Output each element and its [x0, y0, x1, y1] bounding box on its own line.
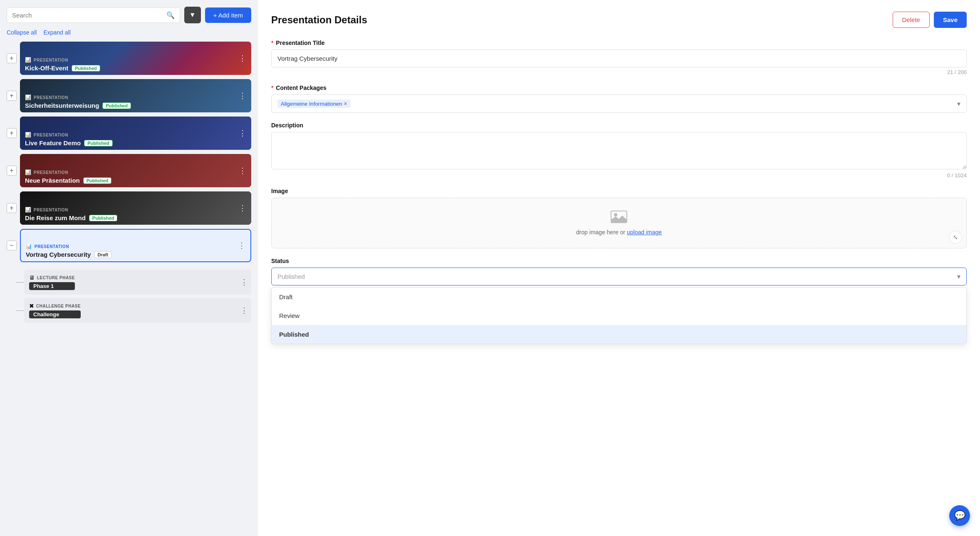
card-livefeature[interactable]: 📊 PRESENTATION Live Feature Demo Publish…	[20, 117, 251, 150]
save-button[interactable]: Save	[934, 12, 967, 28]
card-content-5: 📊 PRESENTATION Die Reise zum Mond Publis…	[20, 203, 251, 225]
card-row-6: − 📊 PRESENTATION Vortrag Cybersecurity D…	[7, 229, 251, 262]
card-sicherheit[interactable]: 📊 PRESENTATION Sicherheitsunterweisung P…	[20, 79, 251, 112]
card-menu-button-4[interactable]: ⋮	[237, 164, 248, 177]
description-textarea[interactable]	[271, 132, 967, 169]
card-label-row-4: 📊 PRESENTATION	[25, 169, 246, 175]
chat-icon: 💬	[954, 510, 965, 521]
image-placeholder-icon	[611, 211, 627, 225]
card-title-1: Kick-Off-Event	[25, 65, 68, 72]
image-upload-area[interactable]: drop image here or upload image ⤡	[271, 198, 967, 248]
card-title-row-6: Vortrag Cybersecurity Draft	[26, 251, 245, 258]
sub-card-challenge[interactable]: ✖ CHALLENGE PHASE Challenge ⋮	[24, 298, 251, 323]
card-title-4: Neue Präsentation	[25, 177, 80, 184]
card-menu-button-6[interactable]: ⋮	[236, 239, 247, 252]
status-dropdown: Draft Review Published	[271, 287, 967, 344]
presentation-title-input[interactable]	[271, 50, 967, 67]
card-content-1: 📊 PRESENTATION Kick-Off-Event Published	[20, 54, 251, 75]
card-badge-5: Published	[89, 215, 118, 221]
content-packages-section: * Content Packages Allgemeine Informatio…	[271, 84, 967, 113]
card-neue[interactable]: 📊 PRESENTATION Neue Präsentation Publish…	[20, 154, 251, 187]
card-menu-button-5[interactable]: ⋮	[237, 202, 248, 214]
card-vortrag[interactable]: 📊 PRESENTATION Vortrag Cybersecurity Dra…	[20, 229, 251, 262]
connector-line-1	[16, 282, 24, 283]
card-expand-button-4[interactable]: +	[7, 166, 17, 176]
lecture-phase-icon: 🖥	[29, 274, 35, 281]
tag-remove-icon[interactable]: ×	[344, 100, 347, 107]
panel-title: Presentation Details	[271, 14, 367, 26]
card-menu-button-2[interactable]: ⋮	[237, 89, 248, 102]
add-item-label: + Add item	[213, 12, 243, 19]
card-type-label-3: PRESENTATION	[34, 133, 68, 137]
card-badge-2: Published	[102, 102, 131, 109]
card-title-6: Vortrag Cybersecurity	[26, 251, 91, 258]
card-title-row-5: Die Reise zum Mond Published	[25, 214, 246, 221]
card-badge-6: Draft	[94, 251, 111, 258]
sub-card-content-2: ✖ CHALLENGE PHASE Challenge	[29, 303, 81, 318]
filter-icon: ▼	[189, 11, 196, 19]
filter-button[interactable]: ▼	[184, 7, 201, 23]
card-badge-4: Published	[83, 177, 112, 184]
select-tags: Allgemeine Informationen ×	[277, 99, 351, 108]
card-menu-button-1[interactable]: ⋮	[237, 52, 248, 65]
chat-button[interactable]: 💬	[949, 505, 970, 526]
search-icon-button[interactable]: 🔍	[166, 11, 175, 19]
required-star-title: *	[271, 40, 273, 46]
sub-items: 🖥 LECTURE PHASE Phase 1 ⋮ ✖ CHALLENGE PH…	[24, 270, 251, 323]
expand-collapse-row: Collapse all Expand all	[7, 29, 251, 36]
presentation-icon-6: 📊	[26, 243, 32, 249]
presentation-icon-2: 📊	[25, 94, 31, 100]
card-expand-button-3[interactable]: +	[7, 128, 17, 138]
card-type-label-1: PRESENTATION	[34, 58, 68, 62]
sub-card-menu-button-1[interactable]: ⋮	[240, 278, 248, 287]
status-option-draft[interactable]: Draft	[272, 288, 966, 306]
card-label-row-6: 📊 PRESENTATION	[26, 243, 245, 249]
expand-all-button[interactable]: Expand all	[43, 29, 70, 36]
image-drop-text: drop image here or upload image	[284, 229, 954, 236]
description-counter: 0 / 1024	[271, 172, 967, 179]
sub-card-type-label-2: CHALLENGE PHASE	[36, 304, 81, 308]
sub-card-type-label-1: LECTURE PHASE	[37, 275, 75, 280]
sub-card-title-2: Challenge	[29, 310, 81, 318]
image-upload-text[interactable]: upload image	[627, 229, 662, 236]
status-section: Status Published ▾ Draft Review Publishe…	[271, 258, 967, 285]
add-item-button[interactable]: + Add item	[205, 7, 251, 23]
search-box[interactable]: 🔍	[7, 7, 180, 23]
packages-chevron-icon: ▾	[957, 100, 960, 108]
card-label-row-3: 📊 PRESENTATION	[25, 132, 246, 138]
card-menu-button-3[interactable]: ⋮	[237, 127, 248, 139]
card-row-4: + 📊 PRESENTATION Neue Präsentation Publi…	[7, 154, 251, 187]
status-label: Status	[271, 258, 967, 264]
card-expand-button-2[interactable]: +	[7, 91, 17, 101]
card-list: + 📊 PRESENTATION Kick-Off-Event Publishe…	[7, 42, 251, 323]
card-badge-3: Published	[84, 140, 113, 146]
card-reise[interactable]: 📊 PRESENTATION Die Reise zum Mond Publis…	[20, 191, 251, 225]
required-star-packages: *	[271, 84, 273, 91]
card-kickoff[interactable]: 📊 PRESENTATION Kick-Off-Event Published …	[20, 42, 251, 75]
status-select[interactable]: Published ▾	[271, 268, 967, 285]
card-label-row-1: 📊 PRESENTATION	[25, 57, 246, 63]
card-expand-button-5[interactable]: +	[7, 203, 17, 213]
sub-card-phase1[interactable]: 🖥 LECTURE PHASE Phase 1 ⋮	[24, 270, 251, 295]
description-label: Description	[271, 122, 967, 129]
status-option-published[interactable]: Published	[272, 325, 966, 344]
challenge-phase-icon: ✖	[29, 303, 34, 309]
toolbar: 🔍 ▼ + Add item	[7, 7, 251, 23]
search-input[interactable]	[12, 12, 163, 19]
card-row-5: + 📊 PRESENTATION Die Reise zum Mond Publ…	[7, 191, 251, 225]
card-collapse-button-6[interactable]: −	[7, 241, 17, 251]
image-expand-button[interactable]: ⤡	[949, 231, 962, 244]
collapse-all-button[interactable]: Collapse all	[7, 29, 37, 36]
presentation-title-section: * Presentation Title 21 / 200	[271, 40, 967, 75]
content-packages-select[interactable]: Allgemeine Informationen × ▾	[271, 94, 967, 113]
card-expand-button-1[interactable]: +	[7, 53, 17, 63]
card-row-3: + 📊 PRESENTATION Live Feature Demo Publi…	[7, 117, 251, 150]
status-option-review[interactable]: Review	[272, 306, 966, 325]
status-select-wrapper: Published ▾ Draft Review Published	[271, 268, 967, 285]
panel-header: Presentation Details Delete Save	[271, 12, 967, 28]
sub-card-menu-button-2[interactable]: ⋮	[240, 306, 248, 315]
image-label: Image	[271, 188, 967, 194]
card-content-3: 📊 PRESENTATION Live Feature Demo Publish…	[20, 129, 251, 150]
delete-button[interactable]: Delete	[893, 12, 930, 28]
card-label-row-2: 📊 PRESENTATION	[25, 94, 246, 100]
